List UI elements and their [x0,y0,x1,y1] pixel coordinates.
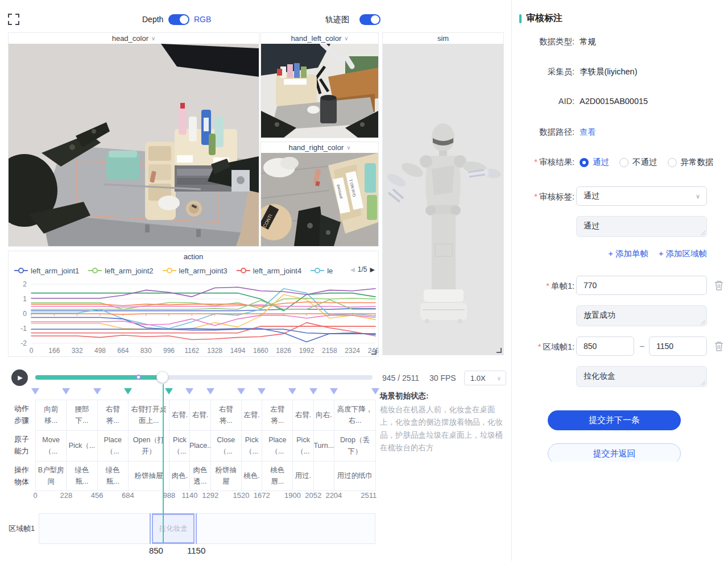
region-start-number: 850 [149,546,163,555]
track-cell[interactable]: 桃色唇... [262,462,293,491]
resize-grip-icon[interactable] [701,381,705,385]
legend-line-icon [88,268,102,273]
region-handle-right[interactable] [193,513,197,544]
resize-handle-icon[interactable] [497,348,502,353]
delete-region-frame-icon[interactable] [714,341,723,351]
track-cell[interactable]: Drop（丢下） [334,431,376,461]
region-start-input[interactable]: 850 [576,336,634,356]
timeline-marker[interactable] [237,388,245,394]
track-cell[interactable]: Pick（... [293,431,313,461]
resize-handle-icon[interactable] [371,350,377,355]
track-cell[interactable]: 向右. [314,400,334,430]
track-cell[interactable]: 绿色瓶... [98,462,129,491]
track-cell[interactable]: 左臂将... [262,400,293,430]
timeline-marker[interactable] [258,388,266,394]
legend-item[interactable]: left_arm_joint4 [237,267,301,275]
track-cell[interactable]: 向前移... [36,400,67,430]
region-frame-label: *区域帧1: [512,342,574,352]
track-cell[interactable]: Move（... [36,431,67,461]
timeline-marker[interactable] [165,388,173,394]
depth-rgb-toggle[interactable] [168,14,189,25]
playback-slider[interactable] [35,375,373,380]
timeline-marker[interactable] [62,388,70,394]
add-region-frame-link[interactable]: + 添加区域帧 [659,248,707,259]
legend-item[interactable]: le [311,267,333,275]
timeline-marker[interactable] [31,388,39,394]
timeline-marker[interactable] [330,388,338,394]
track-cell[interactable]: 绿色瓶... [67,462,97,491]
resize-grip-icon[interactable] [701,231,705,235]
legend-item[interactable]: left_arm_joint2 [88,267,153,275]
svg-text:-1: -1 [20,325,27,333]
timeline-marker[interactable] [124,388,132,394]
track-cell[interactable]: 高度下降，右... [334,400,376,430]
track-cell[interactable]: Place.. [190,431,210,461]
review-tag-select[interactable]: 通过 ∨ [576,186,707,206]
track-cell[interactable]: Pick（... [67,431,97,461]
playhead-line[interactable] [163,384,164,543]
timeline-marker[interactable] [185,388,193,394]
legend-prev-icon[interactable]: ◀ [350,266,354,273]
hand-right-camera-select[interactable]: hand_right_color ∨ [261,142,378,153]
timeline-marker[interactable] [206,388,214,394]
radio-abnormal[interactable]: 异常数据 [668,157,714,168]
speed-select[interactable]: 1.0X ∨ [464,371,506,385]
region-handle-left[interactable] [150,513,153,544]
trajectory-toggle[interactable] [359,14,380,25]
play-button[interactable]: ▶ [11,369,28,386]
track-cell[interactable]: 右臂. [293,400,313,430]
track-cell[interactable]: 腰部下... [67,400,97,430]
track-cell[interactable]: 粉饼抽屉 [211,462,242,491]
region-track[interactable]: 拉化妆盒 [39,513,375,544]
track-cell[interactable]: 肉色透... [190,462,210,491]
legend-item[interactable]: left_arm_joint1 [14,267,79,275]
region-end-input[interactable]: 1150 [649,336,707,356]
track-cell[interactable]: 右臂将... [211,400,242,430]
legend-item[interactable]: left_arm_joint3 [163,267,228,275]
head-camera-select[interactable]: head_color ∨ [9,33,259,44]
single-frame-note[interactable]: 放置成功 [576,305,707,326]
track-cell[interactable] [314,462,334,491]
data-type-value: 常规 [580,36,596,47]
submit-next-button[interactable]: 提交并下一条 [548,410,681,430]
track-row-label: 原子 能力 [8,430,35,461]
region-frame-note[interactable]: 拉化妆盒 [576,366,707,387]
depth-label: Depth [142,15,163,24]
region-segment[interactable]: 拉化妆盒 [153,513,193,544]
track-cell[interactable]: 右臂将... [98,400,129,430]
track-cell[interactable]: 肉色. [169,462,190,491]
track-cell[interactable]: 左臂. [242,400,262,430]
track-cell[interactable]: Turn... [314,431,334,461]
track-cell[interactable]: Place（... [98,431,129,461]
delete-single-frame-icon[interactable] [714,280,723,290]
hand-left-camera-select[interactable]: hand_left_color ∨ [261,33,378,44]
svg-text:1162: 1162 [184,347,199,355]
timeline-marker[interactable] [288,388,296,394]
track-cell[interactable]: 右臂. [190,400,210,430]
track-cell[interactable]: Pick（... [169,431,190,461]
resize-grip-icon[interactable] [701,320,705,325]
track-cell[interactable]: Close（... [211,431,242,461]
fullscreen-icon[interactable] [8,14,19,25]
timeline-marker[interactable] [371,388,379,394]
track-cell[interactable]: Place（... [262,431,293,461]
track-cell[interactable]: 桃色. [242,462,262,491]
playback-slider-handle[interactable] [156,371,168,383]
track-cell[interactable]: 用过. [293,462,313,491]
radio-fail[interactable]: 不通过 [619,157,657,168]
track-cell[interactable]: 用过的纸巾 [334,462,376,491]
radio-pass[interactable]: 通过 [580,157,609,168]
track-cell[interactable]: 右臂. [169,400,190,430]
data-path-link[interactable]: 查看 [580,127,596,138]
collector-value: 李轶晨(liyichen) [580,67,638,77]
single-frame-input[interactable]: 770 [576,276,707,295]
review-tag-note[interactable]: 通过 [576,216,707,237]
track-cell[interactable]: Pick（... [242,431,262,461]
timeline-axis-tick: 1672 [254,491,270,500]
timeline-marker[interactable] [93,388,101,394]
submit-back-button[interactable]: 提交并返回 [548,443,681,462]
add-single-frame-link[interactable]: + 添加单帧 [609,248,649,259]
legend-next-icon[interactable]: ▶ [370,266,375,273]
track-cell[interactable]: B户型房间 [36,462,67,491]
timeline-marker[interactable] [309,388,317,394]
